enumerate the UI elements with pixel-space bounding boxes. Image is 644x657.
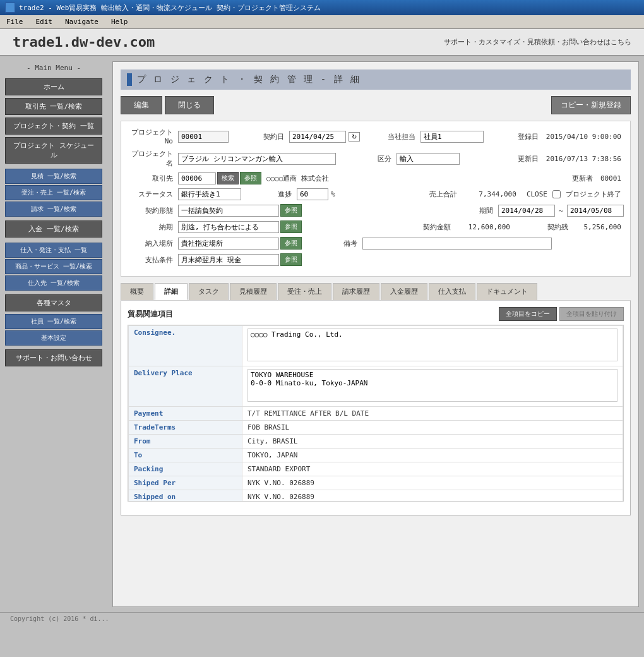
- from-td-label: From: [129, 435, 242, 449]
- tab-invoices[interactable]: 請求履歴: [333, 283, 379, 300]
- tradeterms-td-value[interactable]: FOB BRASIL: [242, 421, 623, 435]
- contract-type-input[interactable]: [178, 205, 279, 217]
- to-td-label: To: [129, 449, 242, 462]
- contract-date-input[interactable]: [289, 131, 346, 143]
- edit-button[interactable]: 編集: [121, 96, 162, 114]
- sidebar-item-masters[interactable]: 各種マスタ: [5, 294, 102, 311]
- payment-terms-ref-button[interactable]: 参照: [280, 253, 302, 266]
- contract-balance-label: 契約残: [523, 222, 573, 232]
- tab-overview[interactable]: 概要: [121, 283, 153, 300]
- trade-row-shipped-per: Shiped Per NYK V.NO. 026889: [129, 476, 623, 490]
- delivery-place-td-value: TOKYO WAREHOUSE 0-0-0 Minato-ku, Tokyo-J…: [242, 366, 623, 407]
- period-from-input[interactable]: [498, 205, 555, 217]
- to-td-value[interactable]: TOKYO, JAPAN: [242, 449, 623, 462]
- sidebar-item-projects[interactable]: プロジェクト・契約 一覧: [5, 118, 102, 135]
- tab-tasks[interactable]: タスク: [189, 283, 229, 300]
- sidebar-item-orders[interactable]: 受注・売上 一覧/検索: [5, 185, 102, 200]
- delivery-place-input[interactable]: [178, 238, 279, 250]
- percent-value: %: [328, 189, 338, 200]
- copyright: Copyright (c) 2016 * di...: [10, 615, 109, 622]
- delivery-input[interactable]: [178, 221, 279, 233]
- contract-amount-value: 12,600,000: [456, 222, 513, 232]
- form-row-5: 契約形態 参照 期間 ～: [128, 204, 624, 217]
- sidebar-item-invoices[interactable]: 請求 一覧/検索: [5, 202, 102, 217]
- sidebar-item-schedule[interactable]: プロジェクト スケジュール: [5, 137, 102, 164]
- paste-all-button[interactable]: 全項目を貼り付け: [559, 307, 624, 321]
- trade-row-to: To TOKYO, JAPAN: [129, 449, 623, 462]
- menu-file[interactable]: File: [3, 16, 27, 27]
- close-checkbox[interactable]: [552, 190, 561, 198]
- sales-total-value: 7,344,000: [462, 189, 519, 200]
- customer-code-input[interactable]: [178, 172, 216, 184]
- customer-ref-button[interactable]: 参照: [240, 172, 261, 184]
- delivery-place-textarea[interactable]: TOKYO WAREHOUSE 0-0-0 Minato-ku, Tokyo-J…: [247, 369, 617, 402]
- delivery-label: 納期: [128, 222, 178, 232]
- consignee-textarea[interactable]: ○○○○ Trading Co., Ltd.: [247, 328, 617, 361]
- form-row-1: プロジェクトNo 契約日 ↻ 当社担当 登録日 2015/04/10 9:00:…: [128, 128, 624, 145]
- sidebar-item-support[interactable]: サポート・お問い合わせ: [5, 349, 102, 366]
- menubar: File Edit Navigate Help: [0, 15, 644, 29]
- delivery-ref-button[interactable]: 参照: [280, 220, 302, 233]
- form-row-4: ステータス 進捗 % 売上合計 7,344,000 CLOSE プロジェクト終了: [128, 188, 624, 200]
- payment-terms-label: 支払条件: [128, 255, 178, 265]
- sidebar-item-customers[interactable]: 取引先 一覧/検索: [5, 98, 102, 115]
- period-to-input[interactable]: [567, 205, 624, 217]
- copy-all-button[interactable]: 全項目をコピー: [499, 307, 557, 321]
- project-name-label: プロジェクト名: [128, 149, 178, 168]
- shipped-per-td-label: Shiped Per: [129, 476, 242, 490]
- update-date-label: 更新日: [493, 154, 544, 164]
- tab-quotes[interactable]: 見積履歴: [230, 283, 277, 300]
- sidebar-item-home[interactable]: ホーム: [5, 78, 102, 95]
- close-button[interactable]: 閉じる: [165, 96, 214, 114]
- menu-edit[interactable]: Edit: [32, 16, 57, 27]
- delivery-place-ref-button[interactable]: 参照: [280, 237, 302, 250]
- status-input[interactable]: [178, 188, 241, 200]
- sidebar-item-suppliers[interactable]: 仕入先 一覧/検索: [5, 275, 102, 291]
- form-row-7: 納入場所 参照 備考: [128, 237, 624, 250]
- sidebar-item-employees[interactable]: 社員 一覧/検索: [5, 314, 102, 329]
- contract-date-label: 契約日: [239, 132, 289, 142]
- tab-purchasing[interactable]: 仕入支払: [429, 283, 475, 300]
- trade-row-packing: Packing STANDARD EXPORT: [129, 462, 623, 476]
- payment-td-value[interactable]: T/T REMITTANCE AFTER B/L DATE: [242, 407, 623, 421]
- tradeterms-td-label: TradeTerms: [129, 421, 242, 435]
- sidebar-item-products[interactable]: 商品・サービス 一覧/検索: [5, 259, 102, 274]
- sidebar-item-payments[interactable]: 入金 一覧/検索: [5, 220, 102, 238]
- register-date-value: 2015/04/10 9:00:00: [544, 131, 624, 142]
- consignee-label: Consignee.: [129, 326, 242, 366]
- shipped-on-td-value[interactable]: NYK V.NO. 026889: [242, 490, 623, 502]
- project-name-input[interactable]: [178, 153, 336, 165]
- sidebar-item-quotes[interactable]: 見積 一覧/検索: [5, 169, 102, 184]
- sidebar-item-settings[interactable]: 基本設定: [5, 330, 102, 346]
- category-input[interactable]: [397, 153, 460, 165]
- trade-scroll-container[interactable]: Consignee. ○○○○ Trading Co., Ltd. Delive…: [128, 325, 624, 502]
- person-input[interactable]: [420, 131, 484, 143]
- contract-type-ref-button[interactable]: 参照: [280, 204, 302, 217]
- tab-detail[interactable]: 詳細: [155, 283, 188, 300]
- progress-input[interactable]: [297, 188, 328, 200]
- customer-label: 取引先: [128, 174, 178, 183]
- payment-terms-input[interactable]: [178, 254, 279, 266]
- customer-search-button[interactable]: 検索: [217, 172, 239, 184]
- person-label: 当社担当: [370, 132, 420, 142]
- refresh-date-button[interactable]: ↻: [349, 132, 360, 142]
- copy-new-button[interactable]: コピー・新規登録: [551, 96, 631, 114]
- menu-navigate[interactable]: Navigate: [61, 16, 102, 27]
- tab-documents[interactable]: ドキュメント: [477, 283, 537, 300]
- payment-td-label: Payment: [129, 407, 242, 421]
- delivery-place-td-label: Delivery Place: [129, 366, 242, 407]
- tab-orders[interactable]: 受注・売上: [278, 283, 331, 300]
- shipped-per-td-value[interactable]: NYK V.NO. 026889: [242, 476, 623, 490]
- support-link[interactable]: サポート・カスタマイズ・見積依頼・お問い合わせはこちら: [444, 37, 631, 47]
- note-input[interactable]: [362, 238, 552, 250]
- content-area: プ ロ ジ ェ ク ト ・ 契 約 管 理 - 詳 細 編集 閉じる コピー・新…: [112, 61, 639, 607]
- packing-td-value[interactable]: STANDARD EXPORT: [242, 462, 623, 476]
- sidebar-item-purchasing[interactable]: 仕入・発注・支払 一覧: [5, 243, 102, 258]
- project-no-input[interactable]: [178, 131, 229, 143]
- trade-row-payment: Payment T/T REMITTANCE AFTER B/L DATE: [129, 407, 623, 421]
- project-no-label: プロジェクトNo: [128, 128, 178, 145]
- tab-payments[interactable]: 入金履歴: [381, 283, 427, 300]
- from-td-value[interactable]: City, BRASIL: [242, 435, 623, 449]
- trade-buttons: 全項目をコピー 全項目を貼り付け: [499, 307, 624, 321]
- menu-help[interactable]: Help: [107, 16, 132, 27]
